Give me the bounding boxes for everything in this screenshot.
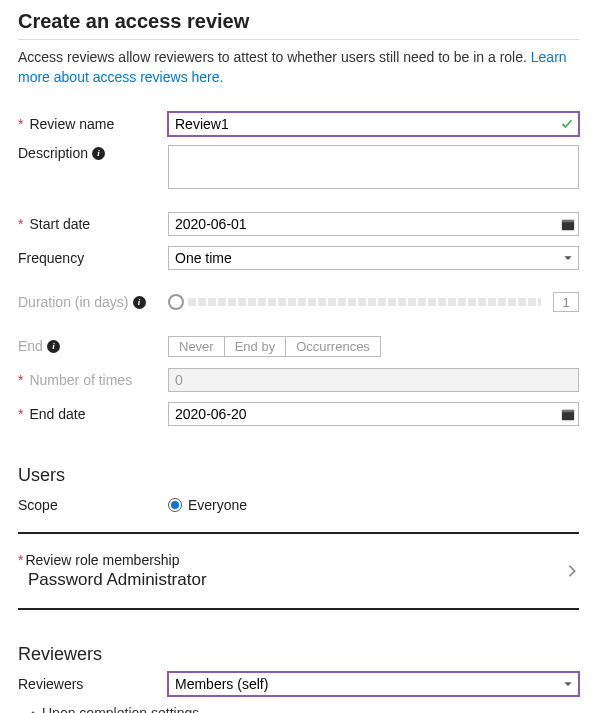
- start-date-input[interactable]: [168, 212, 579, 236]
- chevron-right-icon: [565, 564, 579, 578]
- info-icon[interactable]: i: [133, 296, 146, 309]
- start-date-label: *Start date: [18, 216, 168, 232]
- frequency-select[interactable]: One time: [168, 246, 579, 270]
- review-name-input[interactable]: [168, 112, 579, 136]
- end-option-occurrences[interactable]: Occurrences: [285, 336, 381, 357]
- end-option-endby[interactable]: End by: [224, 336, 286, 357]
- chevron-up-icon: [28, 708, 38, 713]
- page-title: Create an access review: [18, 10, 579, 33]
- end-date-input[interactable]: [168, 402, 579, 426]
- end-option-never[interactable]: Never: [168, 336, 225, 357]
- frequency-label: Frequency: [18, 250, 168, 266]
- reviewers-label: Reviewers: [18, 676, 168, 692]
- num-times-input: [168, 368, 579, 392]
- calendar-icon[interactable]: [561, 407, 575, 421]
- upon-completion-expander[interactable]: Upon completion settings: [18, 705, 579, 713]
- scope-radio-label: Everyone: [188, 497, 247, 513]
- scope-radio-everyone[interactable]: [168, 498, 182, 512]
- svg-rect-3: [562, 410, 574, 413]
- description-label: Description i: [18, 145, 168, 161]
- role-label: Review role membership: [25, 552, 179, 568]
- duration-slider-track[interactable]: [188, 298, 541, 306]
- page-subtext: Access reviews allow reviewers to attest…: [18, 48, 579, 87]
- end-segment-group: Never End by Occurrences: [168, 336, 381, 357]
- reviewers-section-title: Reviewers: [18, 644, 579, 665]
- subtext-text: Access reviews allow reviewers to attest…: [18, 49, 527, 65]
- divider-dark: [18, 608, 579, 610]
- users-section-title: Users: [18, 465, 579, 486]
- end-label: End i: [18, 338, 168, 354]
- duration-value-box: 1: [553, 292, 579, 312]
- end-date-label: *End date: [18, 406, 168, 422]
- reviewers-select[interactable]: Members (self): [168, 672, 579, 696]
- calendar-icon[interactable]: [561, 217, 575, 231]
- role-value: Password Administrator: [18, 570, 207, 590]
- duration-label: Duration (in days) i: [18, 294, 168, 310]
- divider: [18, 39, 579, 40]
- info-icon[interactable]: i: [47, 340, 60, 353]
- divider-dark: [18, 532, 579, 534]
- duration-slider-thumb[interactable]: [168, 294, 184, 310]
- role-membership-row[interactable]: *Review role membership Password Adminis…: [18, 548, 579, 594]
- review-name-label: *Review name: [18, 116, 168, 132]
- info-icon[interactable]: i: [92, 147, 105, 160]
- scope-label: Scope: [18, 497, 168, 513]
- description-input[interactable]: [168, 145, 579, 189]
- num-times-label: *Number of times: [18, 372, 168, 388]
- svg-rect-1: [562, 220, 574, 223]
